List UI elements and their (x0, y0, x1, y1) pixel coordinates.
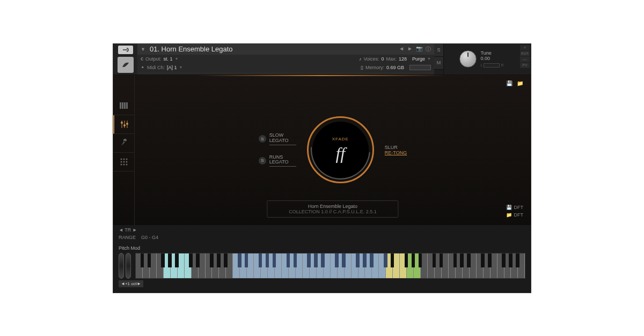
white-key[interactable] (497, 253, 504, 278)
black-key[interactable] (210, 253, 214, 268)
kontakt-instrument-window: ▼ 01. Horn Ensemble Legato ◄ ► 📷 ⓘ € Out… (113, 43, 531, 293)
black-key[interactable] (363, 253, 367, 268)
black-key[interactable] (453, 253, 457, 268)
pan-meter-row: L R (481, 63, 504, 68)
black-key[interactable] (356, 253, 360, 268)
memory-icon: ▯ (361, 65, 363, 70)
black-key[interactable] (273, 253, 276, 268)
solo-button[interactable]: S (434, 44, 443, 57)
black-key[interactable] (217, 253, 221, 268)
tr-label: TR (125, 227, 131, 233)
black-key[interactable] (370, 253, 374, 268)
output-selector[interactable]: € Output: st. 1 ▼ (141, 56, 179, 62)
black-key[interactable] (224, 253, 228, 268)
black-key[interactable] (509, 253, 513, 268)
black-key[interactable] (391, 253, 394, 268)
white-key[interactable] (449, 253, 456, 278)
black-key[interactable] (266, 253, 269, 268)
tab-keyboard[interactable] (113, 96, 135, 115)
black-key[interactable] (321, 253, 325, 268)
close-icon[interactable]: × (520, 45, 530, 50)
prev-preset-icon[interactable]: ◄ (399, 46, 404, 53)
snapshot-icon[interactable]: 📷 (416, 46, 422, 53)
sliders-icon (120, 121, 129, 128)
white-key[interactable] (352, 253, 358, 278)
black-key[interactable] (467, 253, 471, 268)
midi-selector[interactable]: ⚬ Midi Ch: [A] 1 ▼ (141, 64, 182, 71)
white-key[interactable] (254, 253, 261, 278)
minimize-icon[interactable]: — (520, 57, 530, 62)
black-key[interactable] (294, 253, 297, 268)
pitch-wheel[interactable] (119, 253, 124, 279)
virtual-keyboard[interactable] (135, 253, 525, 279)
retong-link[interactable]: RE-TONG (385, 150, 407, 155)
tab-settings[interactable] (113, 134, 135, 153)
octave-shift-button[interactable]: ◄+1 oct► (119, 280, 143, 287)
xfade-knob[interactable]: XFADE ff (307, 116, 374, 183)
collapse-arrow-icon[interactable]: ▼ (141, 47, 145, 52)
black-key[interactable] (516, 253, 519, 268)
dft-load-button[interactable]: 📁DFT (506, 212, 524, 218)
black-key[interactable] (307, 253, 311, 268)
output-label: Output: (145, 56, 162, 62)
black-key[interactable] (488, 253, 492, 268)
black-key[interactable] (238, 253, 241, 268)
white-key[interactable] (282, 253, 289, 278)
white-key[interactable] (428, 253, 435, 278)
folder-icon[interactable]: 📁 (517, 80, 523, 86)
black-key[interactable] (342, 253, 346, 268)
white-key[interactable] (331, 253, 338, 278)
tune-knob[interactable] (459, 50, 477, 68)
mute-button[interactable]: M (434, 57, 443, 70)
black-key[interactable] (245, 253, 248, 268)
black-key[interactable] (259, 253, 262, 268)
black-key[interactable] (161, 253, 165, 268)
pan-left-label: L (481, 63, 483, 68)
black-key[interactable] (189, 253, 193, 268)
next-preset-icon[interactable]: ► (407, 46, 413, 53)
white-key[interactable] (136, 253, 143, 278)
tab-mixer[interactable] (113, 115, 135, 134)
black-key[interactable] (384, 253, 387, 268)
black-key[interactable] (148, 253, 151, 268)
black-key[interactable] (141, 253, 144, 268)
black-key[interactable] (502, 253, 506, 268)
white-key[interactable] (303, 253, 310, 278)
black-key[interactable] (314, 253, 318, 268)
black-key[interactable] (335, 253, 339, 268)
black-key[interactable] (405, 253, 408, 268)
black-key[interactable] (433, 253, 436, 268)
black-key[interactable] (460, 253, 464, 268)
wrench-button[interactable] (118, 46, 133, 54)
purge-button[interactable]: Purge (412, 56, 425, 62)
wrench-icon (120, 139, 128, 147)
aux-button[interactable]: AUX (520, 51, 530, 56)
info-icon[interactable]: ⓘ (426, 46, 431, 53)
next-icon[interactable]: ► (133, 227, 137, 233)
dft-save-button[interactable]: 💾DFT (506, 205, 524, 210)
black-key[interactable] (287, 253, 290, 268)
black-key[interactable] (419, 253, 422, 268)
white-key[interactable] (400, 253, 407, 278)
white-key[interactable] (157, 253, 164, 278)
pv-button[interactable]: PV (520, 63, 530, 68)
slow-legato-toggle[interactable]: S SLOW LEGATO (259, 133, 296, 145)
white-key[interactable] (206, 253, 213, 278)
runs-legato-toggle[interactable]: S RUNS LEGATO (259, 155, 296, 167)
mod-wheel[interactable] (126, 253, 131, 279)
black-key[interactable] (412, 253, 415, 268)
prev-icon[interactable]: ◄ (119, 227, 123, 233)
black-key[interactable] (175, 253, 179, 268)
knob-face: XFADE ff (312, 122, 369, 178)
white-key[interactable] (379, 253, 386, 278)
white-key[interactable] (185, 253, 192, 278)
save-icon[interactable]: 💾 (506, 80, 513, 86)
black-key[interactable] (168, 253, 172, 268)
tab-grid[interactable] (113, 153, 135, 171)
black-key[interactable] (196, 253, 200, 268)
white-key[interactable] (233, 253, 240, 278)
white-key[interactable] (477, 253, 484, 278)
max-value[interactable]: 128 (399, 56, 407, 62)
black-key[interactable] (440, 253, 443, 268)
black-key[interactable] (481, 253, 485, 268)
